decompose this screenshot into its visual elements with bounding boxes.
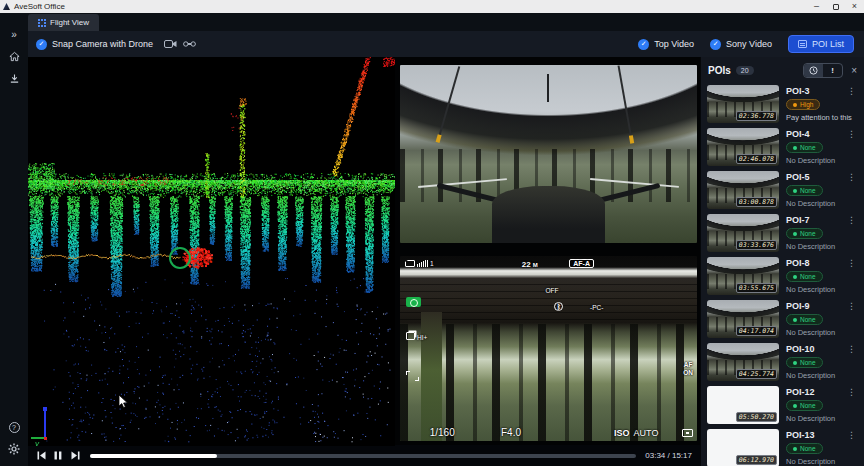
- checkbox-checked-icon: ✓: [36, 39, 47, 50]
- close-button[interactable]: ×: [845, 0, 864, 13]
- poi-priority-badge: None: [786, 357, 823, 368]
- buffer-bars-icon: [417, 260, 428, 267]
- poi-list-item[interactable]: 04:17.074 POI-9 ⋮ None No Description: [707, 300, 858, 338]
- hud-aperture: F4.0: [501, 427, 521, 438]
- poi-list-button[interactable]: POI List: [788, 35, 854, 53]
- sony-video-label: Sony Video: [726, 39, 772, 49]
- poi-list-item[interactable]: 03:00.878 POI-5 ⋮ None No Description: [707, 171, 858, 209]
- poi-more-menu-button[interactable]: ⋮: [847, 302, 858, 311]
- skip-forward-icon: [71, 451, 80, 460]
- poi-more-menu-button[interactable]: ⋮: [847, 173, 858, 182]
- focus-area-icon: [406, 371, 419, 381]
- poi-priority-badge: High: [786, 99, 820, 110]
- video-camera-icon: [164, 39, 177, 49]
- poi-list-button-label: POI List: [812, 39, 844, 49]
- poi-thumbnail[interactable]: 04:25.774: [707, 343, 779, 381]
- checkbox-checked-icon: ✓: [638, 39, 649, 50]
- poi-timestamp-badge: 03:00.878: [736, 197, 777, 207]
- hud-af-on-1: AF: [684, 361, 693, 368]
- poi-thumbnail[interactable]: 04:17.074: [707, 300, 779, 338]
- pause-icon: [54, 451, 62, 460]
- lidar-pointcloud-canvas[interactable]: [28, 57, 395, 446]
- poi-more-menu-button[interactable]: ⋮: [847, 345, 858, 354]
- poi-thumbnail[interactable]: 03:33.676: [707, 214, 779, 252]
- hud-counter: 1: [430, 260, 434, 267]
- hud-iso-value: AUTO: [634, 428, 659, 438]
- poi-details: POI-12 ⋮ None No Description: [786, 386, 858, 424]
- poi-list-item[interactable]: 04:25.774 POI-10 ⋮ None No Description: [707, 343, 858, 381]
- poi-thumbnail[interactable]: 03:00.878: [707, 171, 779, 209]
- poi-name: POI-13: [786, 430, 815, 440]
- poi-thumbnail[interactable]: 06:12.970: [707, 429, 779, 466]
- poi-timestamp-badge: 04:25.774: [736, 369, 777, 379]
- poi-name: POI-4: [786, 129, 810, 139]
- poi-more-menu-button[interactable]: ⋮: [847, 259, 858, 268]
- help-button[interactable]: ?: [0, 416, 28, 438]
- camera-panel: 1 22M AF-A OFF ᛒ -PC-: [395, 57, 700, 445]
- poi-history-filter-button[interactable]: [804, 64, 823, 77]
- poi-list-item[interactable]: 02:46.078 POI-4 ⋮ None No Description: [707, 128, 858, 166]
- previous-frame-button[interactable]: [35, 450, 47, 462]
- metering-icon: [682, 429, 693, 437]
- poi-more-menu-button[interactable]: ⋮: [847, 87, 858, 96]
- antenna-left: [437, 66, 460, 138]
- timeline-scrubber[interactable]: [90, 454, 636, 458]
- poi-details: POI-5 ⋮ None No Description: [786, 171, 858, 209]
- poi-thumbnail[interactable]: 02:36.778: [707, 85, 779, 123]
- download-button[interactable]: [0, 67, 28, 89]
- home-button[interactable]: [0, 45, 28, 67]
- poi-thumbnail[interactable]: 02:46.078: [707, 128, 779, 166]
- poi-list-item[interactable]: 06:12.970 POI-13 ⋮ None No Description: [707, 429, 858, 466]
- poi-list-item[interactable]: 03:33.676 POI-7 ⋮ None No Description: [707, 214, 858, 252]
- tab-bar: Flight View: [28, 13, 864, 31]
- poi-list[interactable]: 02:36.778 POI-3 ⋮ High Pay attention to …: [701, 83, 864, 466]
- poi-panel-title: POIs: [708, 65, 731, 76]
- drone-icon: [183, 40, 196, 48]
- poi-timestamp-badge: 03:55.675: [736, 283, 777, 293]
- poi-list-item[interactable]: 02:36.778 POI-3 ⋮ High Pay attention to …: [707, 85, 858, 123]
- sony-video-checkbox[interactable]: ✓ Sony Video: [710, 39, 772, 50]
- poi-name: POI-9: [786, 301, 810, 311]
- poi-panel-header: POIs 20 ! ×: [701, 57, 864, 83]
- poi-panel: POIs 20 ! × 02:36.778 POI-3 ⋮: [700, 57, 864, 466]
- poi-list-item[interactable]: 03:55.675 POI-8 ⋮ None No Description: [707, 257, 858, 295]
- top-video-checkbox[interactable]: ✓ Top Video: [638, 39, 694, 50]
- top-video-view[interactable]: [400, 65, 697, 243]
- poi-more-menu-button[interactable]: ⋮: [847, 388, 858, 397]
- hud-drive: HI+: [417, 334, 427, 341]
- window-title: AveSoft Office: [14, 2, 807, 11]
- poi-more-menu-button[interactable]: ⋮: [847, 130, 858, 139]
- hud-pc: -PC-: [590, 304, 603, 311]
- poi-alert-filter-button[interactable]: !: [823, 64, 842, 77]
- settings-button[interactable]: [0, 438, 28, 460]
- sony-camera-hud: 1 22M AF-A OFF ᛒ -PC-: [400, 256, 697, 441]
- drone-body: [492, 186, 605, 243]
- grid-icon: [38, 19, 46, 27]
- playback-bar: 03:34 / 15:17: [28, 445, 700, 466]
- top-video-label: Top Video: [654, 39, 694, 49]
- poi-more-menu-button[interactable]: ⋮: [847, 216, 858, 225]
- poi-description: No Description: [786, 156, 858, 165]
- pause-button[interactable]: [52, 450, 64, 462]
- tab-flight-view[interactable]: Flight View: [28, 14, 99, 31]
- pointcloud-viewport[interactable]: [28, 57, 395, 445]
- sony-video-view[interactable]: 1 22M AF-A OFF ᛒ -PC-: [400, 256, 697, 441]
- hud-iso-label: ISO: [614, 428, 630, 438]
- poi-more-menu-button[interactable]: ⋮: [847, 431, 858, 440]
- timeline-progress: [90, 454, 217, 458]
- home-icon: [9, 51, 20, 62]
- expand-sidebar-button[interactable]: »: [0, 23, 28, 45]
- poi-thumbnail[interactable]: 05:50.270: [707, 386, 779, 424]
- checkbox-checked-icon: ✓: [710, 39, 721, 50]
- maximize-button[interactable]: [826, 0, 845, 13]
- poi-panel-close-button[interactable]: ×: [851, 65, 857, 76]
- snap-camera-checkbox[interactable]: ✓ Snap Camera with Drone: [36, 39, 196, 50]
- minimize-button[interactable]: –: [807, 0, 826, 13]
- tab-label: Flight View: [50, 18, 89, 27]
- poi-list-item[interactable]: 05:50.270 POI-12 ⋮ None No Description: [707, 386, 858, 424]
- poi-timestamp-badge: 06:12.970: [736, 455, 777, 465]
- next-frame-button[interactable]: [69, 450, 81, 462]
- mast: [547, 74, 549, 102]
- poi-thumbnail[interactable]: 03:55.675: [707, 257, 779, 295]
- poi-priority-badge: None: [786, 400, 823, 411]
